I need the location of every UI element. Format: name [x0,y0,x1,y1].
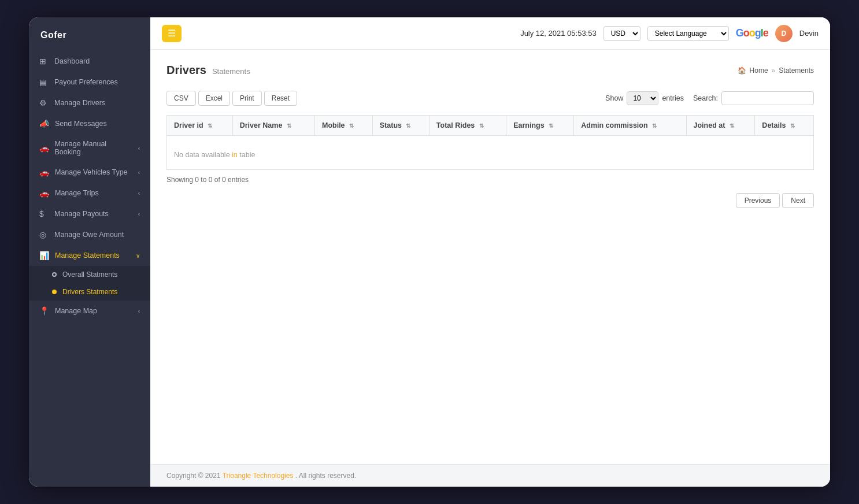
sidebar-item-label: Manage Manual Booking [54,140,132,156]
col-details[interactable]: Details ⇅ [755,116,814,136]
sidebar-item-manage-owe-amount[interactable]: ◎ Manage Owe Amount [29,224,150,245]
col-status[interactable]: Status ⇅ [372,116,429,136]
table-empty-row: No data available in table [167,136,814,170]
sidebar-item-label: Send Messages [55,120,107,128]
show-label: Show [605,94,623,102]
footer: Copyright © 2021 Trioangle Technologies … [150,464,830,487]
no-data-message: No data available in table [174,142,806,164]
sidebar-item-label: Manage Map [55,307,97,315]
trips-icon: 🚗 [39,188,49,198]
dot-active-icon [52,290,57,294]
search-label: Search: [693,94,718,102]
owe-icon: ◎ [39,230,49,239]
data-table: Driver id ⇅ Driver Name ⇅ Mobile ⇅ Sta [166,115,814,170]
drivers-icon: ⚙ [39,98,49,108]
sidebar-item-label: Manage Statements [55,251,120,260]
booking-icon: 🚗 [39,143,49,153]
search-group: Search: [693,91,814,105]
breadcrumb-separator: » [772,66,776,75]
menu-button[interactable]: ☰ [162,25,182,42]
toolbar-right: Show 10 25 50 100 entries Search: [605,91,814,105]
vehicles-icon: 🚗 [39,168,49,177]
page-title-group: Drivers Statements [166,64,250,77]
main-area: ☰ July 12, 2021 05:53:53 USD EUR GBP Sel… [150,17,830,487]
sidebar-item-label: Payout Preferences [54,78,118,86]
sort-icon: ⇅ [652,123,657,129]
sidebar-item-send-messages[interactable]: 📣 Send Messages [29,113,150,134]
sort-icon: ⇅ [790,123,795,129]
page-subtitle: Statements [212,67,250,76]
map-icon: 📍 [39,306,49,316]
sidebar-item-manage-manual-booking[interactable]: 🚗 Manage Manual Booking ‹ [29,134,150,162]
sidebar-item-dashboard[interactable]: ⊞ Dashboard [29,51,150,72]
currency-select[interactable]: USD EUR GBP [603,26,640,41]
header: ☰ July 12, 2021 05:53:53 USD EUR GBP Sel… [150,17,830,50]
sort-icon: ⇅ [349,123,354,129]
sidebar-item-drivers-statments[interactable]: Drivers Statments [29,283,150,301]
sidebar-item-label: Manage Vehicles Type [55,168,128,176]
sidebar-sub-item-label: Overall Statments [62,270,117,279]
pagination: Previous Next [166,193,814,208]
col-admin-commission[interactable]: Admin commission ⇅ [574,116,686,136]
sidebar-item-manage-statements[interactable]: 📊 Manage Statements ∨ [29,245,150,266]
google-logo: Google [736,27,768,39]
chevron-icon: ‹ [138,211,140,217]
print-button[interactable]: Print [232,91,262,106]
chevron-icon: ‹ [138,190,140,197]
chevron-icon: ‹ [138,169,140,176]
sidebar-logo: Gofer [29,17,150,51]
sort-icon: ⇅ [287,123,291,129]
header-datetime: July 12, 2021 05:53:53 [520,29,597,38]
entries-select[interactable]: 10 25 50 100 [627,91,658,105]
hamburger-icon: ☰ [168,28,176,39]
statements-icon: 📊 [39,251,49,260]
language-selector[interactable]: Select Language English Spanish French [647,26,729,41]
sidebar-sub-item-label: Drivers Statments [62,288,117,296]
page-title: Drivers [166,64,206,77]
col-driver-id[interactable]: Driver id ⇅ [167,116,233,136]
col-driver-name[interactable]: Driver Name ⇅ [232,116,314,136]
col-joined-at[interactable]: Joined at ⇅ [686,116,755,136]
breadcrumb-home[interactable]: Home [750,66,768,75]
export-buttons: CSV Excel Print Reset [166,91,297,106]
avatar: D [775,25,793,42]
footer-company[interactable]: Trioangle Technologies [223,472,294,480]
previous-button[interactable]: Previous [736,193,780,208]
page-header: Drivers Statements 🏠 Home » Statements [166,64,814,77]
chevron-icon: ‹ [138,145,140,151]
sidebar-item-manage-drivers[interactable]: ⚙ Manage Drivers [29,92,150,113]
table-toolbar: CSV Excel Print Reset Show 10 25 50 100 [166,91,814,106]
sidebar-item-manage-trips[interactable]: 🚗 Manage Trips ‹ [29,183,150,203]
sidebar-item-label: Manage Payouts [54,210,109,218]
breadcrumb-current: Statements [779,66,814,75]
language-select[interactable]: Select Language English Spanish French [647,26,729,41]
sidebar-item-manage-payouts[interactable]: $ Manage Payouts ‹ [29,203,150,224]
statements-submenu: Overall Statments Drivers Statments [29,266,150,301]
payout-icon: ▤ [39,77,49,87]
csv-button[interactable]: CSV [166,91,196,106]
sidebar-item-manage-vehicles-type[interactable]: 🚗 Manage Vehicles Type ‹ [29,162,150,183]
col-mobile[interactable]: Mobile ⇅ [314,116,372,136]
sidebar-item-label: Dashboard [54,57,90,65]
sidebar-item-overall-statments[interactable]: Overall Statments [29,266,150,283]
col-earnings[interactable]: Earnings ⇅ [506,116,574,136]
sidebar-item-payout-preferences[interactable]: ▤ Payout Preferences [29,72,150,92]
username: Devin [799,29,819,38]
entries-label: entries [662,94,684,102]
show-entries: Show 10 25 50 100 entries [605,91,684,105]
col-total-rides[interactable]: Total Rides ⇅ [429,116,506,136]
sort-icon: ⇅ [406,123,410,129]
search-input[interactable] [721,91,814,105]
sort-icon: ⇅ [549,123,553,129]
sidebar-item-manage-map[interactable]: 📍 Manage Map ‹ [29,301,150,321]
sidebar: Gofer ⊞ Dashboard ▤ Payout Preferences ⚙… [29,17,150,487]
currency-selector[interactable]: USD EUR GBP [603,26,640,41]
reset-button[interactable]: Reset [264,91,297,106]
next-button[interactable]: Next [782,193,814,208]
excel-button[interactable]: Excel [198,91,230,106]
table-header-row: Driver id ⇅ Driver Name ⇅ Mobile ⇅ Sta [167,116,814,136]
content-area: Drivers Statements 🏠 Home » Statements C… [150,50,830,464]
footer-copyright: Copyright © 2021 [166,472,221,480]
sidebar-item-label: Manage Drivers [54,99,105,107]
chevron-down-icon: ∨ [136,253,140,259]
